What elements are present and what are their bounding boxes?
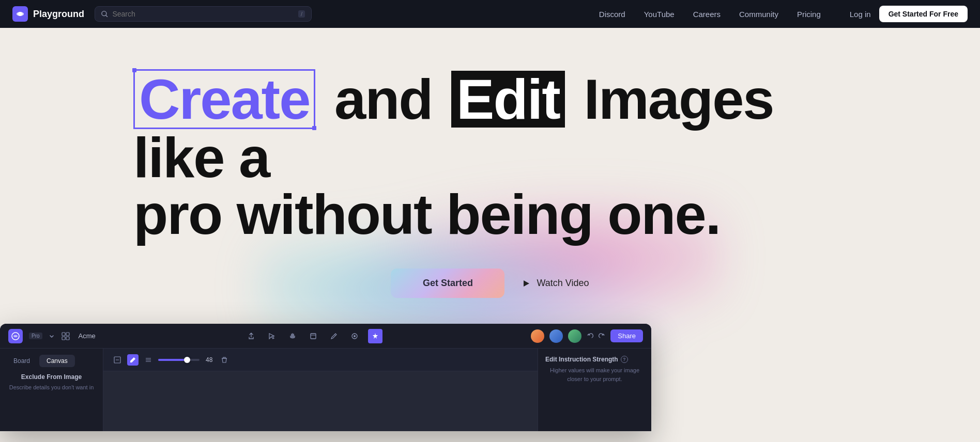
canvas-resize-icon[interactable]	[112, 354, 123, 366]
search-icon	[101, 10, 108, 18]
svg-rect-9	[311, 334, 316, 339]
redo-icon[interactable]	[597, 332, 605, 340]
nav-link-discord[interactable]: Discord	[599, 10, 625, 19]
svg-line-11	[334, 335, 335, 336]
logo-icon	[12, 6, 28, 22]
svg-marker-3	[524, 280, 529, 287]
svg-point-13	[354, 335, 356, 337]
hero-line2: pro without being one.	[133, 182, 720, 246]
app-canvas: 48	[103, 349, 538, 431]
logo-text: Playground	[33, 9, 84, 20]
tab-board[interactable]: Board	[6, 355, 37, 367]
app-avatar-1	[531, 329, 544, 343]
login-link[interactable]: Log in	[850, 10, 871, 19]
search-input[interactable]	[112, 10, 294, 18]
app-avatar-3	[568, 329, 581, 343]
canvas-toolbar: 48	[103, 349, 538, 371]
panel-title-text: Edit Instruction Strength	[545, 356, 618, 363]
canvas-delete-icon[interactable]	[219, 354, 230, 366]
app-color-icon[interactable]	[347, 329, 362, 343]
app-dropdown-icon[interactable]	[49, 333, 55, 339]
navbar: Playground / Discord YouTube Careers Com…	[0, 0, 980, 28]
hero-word-edit: Edit	[451, 71, 565, 128]
svg-rect-6	[66, 333, 69, 336]
sidebar-title: Exclude From Image	[6, 373, 97, 381]
app-share-button[interactable]: Share	[610, 329, 643, 342]
app-export-icon[interactable]	[244, 329, 258, 343]
app-badge-pro: Pro	[29, 333, 42, 339]
nav-link-pricing[interactable]: Pricing	[797, 10, 821, 19]
get-started-free-button[interactable]: Get Started For Free	[879, 6, 968, 22]
nav-logo[interactable]: Playground	[12, 6, 84, 22]
canvas-slider-value: 48	[206, 356, 212, 364]
svg-rect-8	[66, 337, 69, 340]
hero-content: Create and Edit Images like a pro withou…	[0, 28, 980, 431]
app-brush-icon[interactable]	[327, 329, 341, 343]
panel-title-label: Edit Instruction Strength ?	[545, 356, 644, 363]
app-undo-redo	[587, 332, 605, 340]
canvas-lines-icon[interactable]	[143, 354, 154, 366]
app-panel-right: Edit Instruction Strength ? Higher value…	[538, 349, 651, 431]
nav-link-careers[interactable]: Careers	[693, 10, 721, 19]
canvas-strength-slider[interactable]	[158, 359, 200, 361]
search-bar[interactable]: /	[95, 6, 312, 22]
app-sidebar: Board Canvas Exclude From Image Describe…	[0, 349, 103, 431]
app-layout-icon[interactable]	[61, 332, 70, 341]
app-topbar-right: Share	[531, 329, 643, 343]
hero-actions: Get Started Watch Video	[0, 269, 980, 298]
panel-description: Higher values will make your image close…	[545, 366, 644, 383]
nav-link-community[interactable]: Community	[739, 10, 778, 19]
svg-point-1	[18, 12, 22, 16]
tab-canvas[interactable]: Canvas	[39, 355, 75, 367]
hero-section: Create and Edit Images like a pro withou…	[0, 28, 980, 442]
watch-video-label: Watch Video	[537, 278, 589, 289]
canvas-brush-active-icon[interactable]	[127, 354, 139, 366]
app-sidebar-tabs: Board Canvas	[6, 355, 97, 367]
app-logo-small	[8, 329, 23, 343]
svg-rect-5	[62, 333, 65, 336]
app-hand-icon[interactable]	[285, 329, 300, 343]
hero-word-create: Create	[133, 69, 315, 129]
app-topbar-center	[102, 329, 525, 343]
play-icon	[521, 278, 531, 289]
app-screenshot: Pro Acme	[0, 324, 651, 431]
app-select-icon[interactable]	[265, 329, 279, 343]
app-topbar: Pro Acme	[0, 324, 651, 349]
get-started-button[interactable]: Get Started	[391, 269, 504, 298]
app-body: Board Canvas Exclude From Image Describe…	[0, 349, 651, 431]
app-frame-icon[interactable]	[306, 329, 320, 343]
sidebar-desc: Describe details you don't want in	[6, 384, 97, 391]
watch-video-button[interactable]: Watch Video	[521, 278, 589, 289]
hero-and: and	[334, 67, 433, 131]
nav-links: Discord YouTube Careers Community Pricin…	[587, 0, 833, 28]
hero-headline: Create and Edit Images like a pro withou…	[102, 69, 878, 243]
app-workspace-name: Acme	[79, 332, 96, 340]
panel-info-icon: ?	[621, 356, 628, 363]
app-avatar-2	[549, 329, 563, 343]
undo-icon[interactable]	[587, 332, 595, 340]
nav-link-youtube[interactable]: YouTube	[644, 10, 675, 19]
svg-rect-7	[62, 337, 65, 340]
search-shortcut: /	[298, 10, 305, 18]
app-magic-icon[interactable]	[368, 329, 382, 343]
